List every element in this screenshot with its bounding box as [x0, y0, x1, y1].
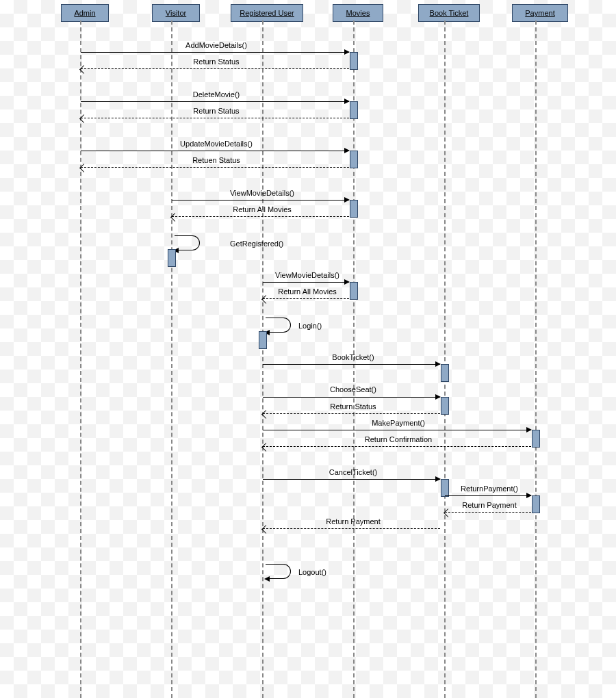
participant-reguser: Registered User — [231, 4, 303, 22]
participant-payment: Payment — [512, 4, 568, 22]
lifeline-payment — [535, 21, 537, 698]
arrow-reg-view-ret — [263, 298, 349, 299]
msg-visitor-view-ret: Return All Movies — [233, 205, 292, 214]
msg-makepayment-ret: Return Confirmation — [365, 435, 432, 443]
msg-delmovie: DeleteMovie() — [193, 90, 240, 99]
self-logout — [266, 564, 291, 579]
msg-getregistered: GetRegistered() — [230, 240, 283, 248]
participant-ticket: Book Ticket — [418, 4, 480, 22]
arrow-addmovie-ret — [81, 68, 349, 69]
participant-admin: Admin — [61, 4, 109, 22]
arrow-updmovie-ret — [81, 167, 349, 168]
msg-chooseseat: ChooseSeat() — [330, 385, 376, 393]
msg-delmovie-ret: Return Status — [193, 107, 239, 115]
activation-ticket-2 — [441, 397, 449, 415]
activation-payment-1 — [532, 430, 540, 448]
activation-reg-login — [259, 331, 267, 349]
arrow-bookticket — [263, 364, 440, 365]
activation-payment-2 — [532, 495, 540, 513]
arrow-delmovie-ret — [81, 118, 349, 118]
msg-bookticket: BookTicket() — [332, 353, 374, 361]
msg-makepayment: MakePayment() — [372, 419, 425, 427]
activation-movies-2 — [350, 101, 358, 119]
participant-visitor: Visitor — [152, 4, 200, 22]
self-getregistered — [175, 235, 200, 250]
activation-movies-3 — [350, 151, 358, 168]
arrow-chooseseat-ret — [263, 413, 440, 414]
arrow-reg-view — [263, 282, 349, 283]
msg-chooseseat-ret: Return Status — [330, 402, 376, 411]
msg-reg-view-ret: Return All Movies — [278, 287, 337, 296]
msg-returnpayment: ReturnPayment() — [461, 484, 518, 493]
activation-movies-5 — [350, 282, 358, 300]
arrow-returnpayment-reg — [263, 528, 440, 529]
msg-visitor-view: ViewMovieDetails() — [230, 189, 294, 197]
msg-login: Login() — [298, 322, 322, 330]
activation-ticket-1 — [441, 364, 449, 382]
msg-returnpayment-reg: Return Payment — [326, 517, 380, 526]
msg-reg-view: ViewMovieDetails() — [275, 271, 339, 279]
arrow-addmovie — [81, 52, 349, 53]
arrow-makepayment — [263, 430, 531, 430]
sequence-diagram: Admin Visitor Registered User Movies Boo… — [0, 0, 616, 698]
self-login — [266, 318, 291, 333]
participant-movies: Movies — [333, 4, 383, 22]
msg-updmovie: UpdateMovieDetails() — [180, 140, 253, 148]
msg-cancelticket: CancelTicket() — [329, 468, 378, 476]
arrow-returnpayment — [445, 495, 531, 496]
arrow-visitor-view-ret — [172, 216, 349, 217]
arrow-returnpayment-ret — [445, 512, 531, 513]
msg-addmovie: AddMovieDetails() — [185, 41, 247, 49]
activation-movies-4 — [350, 200, 358, 218]
msg-returnpayment-ret: Return Payment — [462, 501, 516, 509]
arrow-chooseseat — [263, 397, 440, 398]
activation-visitor-reg — [168, 249, 176, 267]
activation-ticket-3 — [441, 479, 449, 497]
arrow-delmovie — [81, 101, 349, 102]
arrow-cancelticket — [263, 479, 440, 480]
lifeline-admin — [80, 21, 81, 698]
arrow-updmovie — [81, 151, 349, 151]
lifeline-ticket — [444, 21, 446, 698]
msg-addmovie-ret: Return Status — [193, 57, 239, 66]
arrow-visitor-view — [172, 200, 349, 201]
activation-movies-1 — [350, 52, 358, 70]
msg-logout: Logout() — [298, 568, 326, 576]
lifeline-visitor — [171, 21, 172, 698]
arrow-makepayment-ret — [263, 446, 531, 447]
msg-updmovie-ret: Retuen Status — [192, 156, 240, 164]
lifeline-reguser — [262, 21, 264, 698]
